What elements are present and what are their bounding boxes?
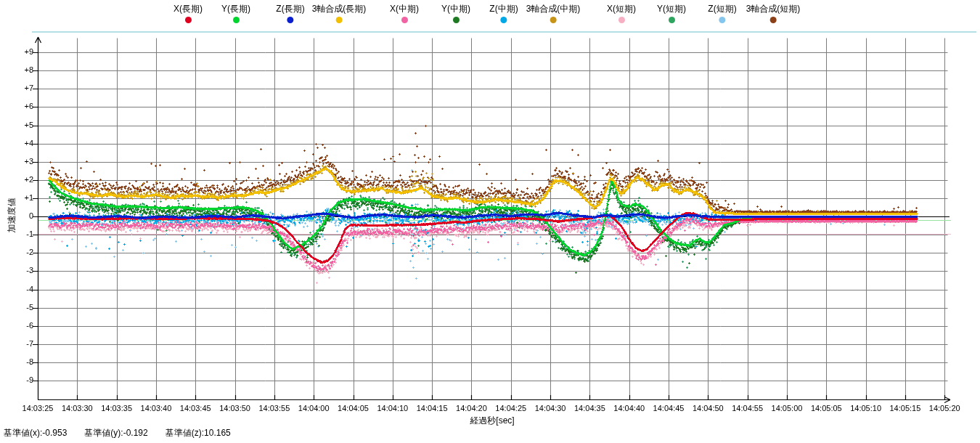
legend-label: Y(短期) — [657, 4, 686, 14]
legend-dot-icon — [500, 17, 507, 23]
legend-item: X(長期) — [173, 4, 203, 23]
legend-dot-icon — [769, 17, 776, 23]
legend-label: 3軸合成(短期) — [746, 4, 801, 14]
x-tick-label: 14:04:45 — [647, 404, 690, 412]
chart-plot-area — [0, 0, 980, 443]
x-tick-label: 14:04:35 — [568, 404, 611, 412]
legend-dot-icon — [719, 17, 725, 23]
legend-label: Z(中期) — [489, 4, 518, 14]
x-tick-label: 14:04:55 — [726, 404, 769, 412]
x-axis-tick-labels: 14:03:2514:03:3014:03:3514:03:4014:03:45… — [0, 404, 980, 414]
basis-value-y: 基準値(y):-0.192 — [84, 428, 147, 438]
legend-item: Z(中期) — [489, 4, 518, 23]
legend-item: 3軸合成(短期) — [746, 4, 801, 23]
legend-dot-icon — [453, 17, 460, 23]
y-tick-label: -2 — [4, 248, 33, 256]
y-tick-label: -5 — [4, 303, 33, 312]
x-tick-label: 14:05:00 — [765, 404, 809, 412]
x-tick-label: 14:04:50 — [686, 404, 730, 412]
x-tick-label: 14:04:05 — [332, 404, 375, 412]
legend-item: X(短期) — [607, 4, 636, 23]
y-tick-label: -9 — [4, 375, 33, 384]
y-tick-label: +6 — [4, 102, 33, 110]
y-tick-label: +2 — [4, 175, 33, 184]
legend-dot-icon — [287, 17, 293, 23]
legend-dot-icon — [669, 17, 675, 23]
legend-label: Y(中期) — [441, 4, 470, 14]
x-tick-label: 14:03:55 — [253, 404, 296, 412]
basis-value-x: 基準値(x):-0.953 — [4, 428, 67, 438]
legend-item: Z(長期) — [276, 4, 304, 23]
basis-value-z: 基準値(z):10.165 — [166, 428, 231, 438]
y-tick-label: +3 — [4, 157, 33, 166]
x-tick-label: 14:03:25 — [16, 404, 60, 412]
legend-item: Y(短期) — [657, 4, 686, 23]
legend-label: Z(長期) — [276, 4, 304, 14]
legend-dot-icon — [185, 17, 192, 23]
x-tick-label: 14:04:25 — [489, 404, 533, 412]
accelerometer-chart-window: X(長期)Y(長期)Z(長期)3軸合成(長期)X(中期)Y(中期)Z(中期)3軸… — [0, 0, 980, 443]
x-tick-label: 14:04:20 — [449, 404, 493, 412]
x-tick-label: 14:03:40 — [134, 404, 178, 412]
status-bar: 基準値(x):-0.953基準値(y):-0.192基準値(z):10.165 — [4, 427, 248, 439]
x-tick-label: 14:04:30 — [528, 404, 572, 412]
y-tick-label: -7 — [4, 339, 33, 348]
x-tick-label: 14:05:20 — [923, 404, 966, 412]
y-tick-label: -3 — [4, 266, 33, 275]
x-tick-label: 14:04:15 — [410, 404, 454, 412]
legend-item: X(中期) — [390, 4, 419, 23]
legend-dot-icon — [550, 17, 556, 23]
legend-label: 3軸合成(中期) — [526, 4, 581, 14]
x-tick-label: 14:04:40 — [608, 404, 651, 412]
x-tick-label: 14:03:30 — [55, 404, 99, 412]
legend-label: X(長期) — [173, 4, 203, 14]
legend-dot-icon — [233, 17, 240, 23]
x-tick-label: 14:03:50 — [213, 404, 257, 412]
legend-item: 3軸合成(長期) — [312, 4, 367, 23]
legend-label: Y(長期) — [221, 4, 250, 14]
chart-legend: X(長期)Y(長期)Z(長期)3軸合成(長期)X(中期)Y(中期)Z(中期)3軸… — [0, 4, 980, 31]
y-tick-label: -1 — [4, 229, 33, 238]
y-tick-label: +7 — [4, 84, 33, 92]
y-tick-label: +1 — [4, 193, 33, 202]
legend-label: X(短期) — [607, 4, 636, 14]
x-tick-label: 14:05:15 — [883, 404, 927, 412]
legend-label: X(中期) — [390, 4, 419, 14]
y-tick-label: 0 — [4, 211, 33, 220]
legend-label: 3軸合成(長期) — [312, 4, 367, 14]
y-tick-label: +5 — [4, 121, 33, 129]
legend-dot-icon — [335, 17, 342, 23]
x-axis-title: 経過秒[sec] — [420, 415, 565, 427]
legend-item: Z(短期) — [708, 4, 736, 23]
legend-item: Y(中期) — [441, 4, 470, 23]
x-tick-label: 14:05:10 — [844, 404, 888, 412]
x-tick-label: 14:05:05 — [804, 404, 848, 412]
legend-item: Y(長期) — [221, 4, 250, 23]
top-border-line — [32, 31, 976, 33]
x-tick-label: 14:03:45 — [173, 404, 217, 412]
x-tick-label: 14:04:00 — [292, 404, 335, 412]
y-tick-label: -6 — [4, 321, 33, 330]
x-tick-label: 14:04:10 — [371, 404, 415, 412]
y-tick-label: +8 — [4, 65, 33, 74]
legend-dot-icon — [401, 17, 408, 23]
y-axis-tick-labels: +9+8+7+6+5+4+3+2+10-1-2-3-4-5-6-7-8-9 — [0, 0, 33, 404]
legend-dot-icon — [618, 17, 625, 23]
x-tick-label: 14:03:35 — [95, 404, 139, 412]
y-tick-label: -8 — [4, 357, 33, 366]
legend-label: Z(短期) — [708, 4, 736, 14]
y-tick-label: -4 — [4, 285, 33, 293]
legend-item: 3軸合成(中期) — [526, 4, 581, 23]
y-tick-label: +9 — [4, 47, 33, 56]
y-tick-label: +4 — [4, 139, 33, 147]
